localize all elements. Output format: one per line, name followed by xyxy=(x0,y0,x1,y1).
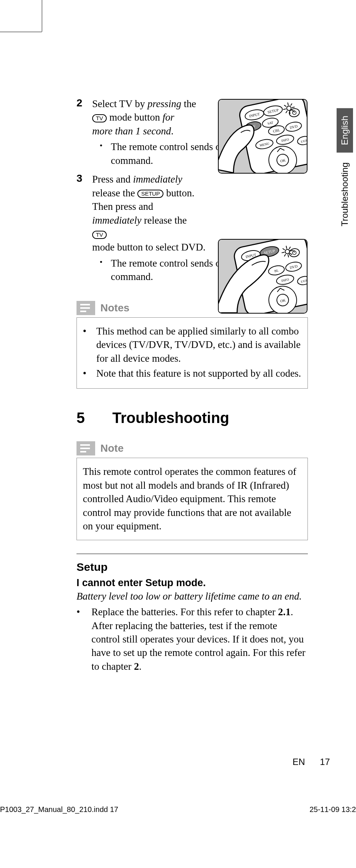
step-2-text: Select TV by pressing the TV mode button… xyxy=(92,97,197,138)
note-header: Note xyxy=(76,441,308,455)
note-box: This remote control operates the common … xyxy=(76,458,308,540)
step-number: 2 xyxy=(76,97,92,169)
notes-icon xyxy=(76,301,95,315)
notes-title: Notes xyxy=(100,302,129,314)
issue-fix: • Replace the batteries. For this refer … xyxy=(76,605,308,673)
side-tabs: English Troubleshooting xyxy=(337,108,356,236)
note-icon xyxy=(76,441,95,455)
footer-right: 25-11-09 13:2 xyxy=(309,805,356,814)
tv-button-inline: TV xyxy=(92,231,107,239)
manual-page: English Troubleshooting INPUT SETUP TV S… xyxy=(0,0,356,821)
note-title: Note xyxy=(100,442,124,454)
footer-left: P1003_27_Manual_80_210.indd 17 xyxy=(0,805,118,814)
section-5-heading: 5Troubleshooting xyxy=(76,410,308,426)
setup-button-inline: SETUP xyxy=(137,190,163,198)
figure-remote-setup: INPUT SETUP BL DVD INFO EXIT OK xyxy=(218,239,307,314)
step-number: 3 xyxy=(76,172,92,286)
side-tab-english: English xyxy=(337,108,353,153)
step-3-text-top: Press and immediately release the SETUP … xyxy=(92,172,197,240)
page-number: EN17 xyxy=(293,757,330,767)
figure-remote-select-tv: INPUT SETUP TV SAT CBL DVD MENU INFO EXI… xyxy=(218,99,307,174)
setup-heading: Setup xyxy=(76,561,308,573)
notes-box: •This method can be applied similarly to… xyxy=(76,317,308,389)
notes-item-1: This method can be applied similarly to … xyxy=(96,324,302,365)
notes-item-2: Note that this feature is not supported … xyxy=(96,367,302,380)
divider xyxy=(76,554,308,554)
side-tab-troubleshooting: Troubleshooting xyxy=(337,155,353,234)
issue-heading: I cannot enter Setup mode. xyxy=(76,577,308,589)
issue-diagnosis: Battery level too low or battery lifetim… xyxy=(76,589,308,603)
tv-button-inline: TV xyxy=(92,114,107,122)
